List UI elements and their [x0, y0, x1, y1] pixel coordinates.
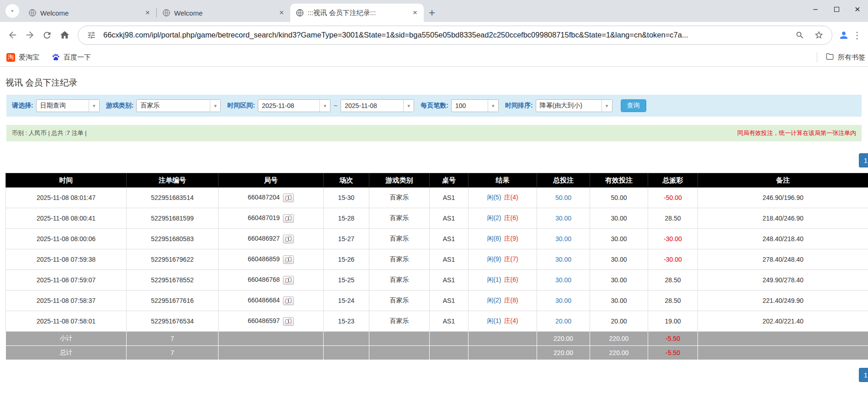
- tab-title: Welcome: [174, 9, 273, 17]
- sort-select[interactable]: 降幂(由大到小) ▾: [536, 99, 612, 112]
- query-type-select[interactable]: 日期查询 ▾: [36, 99, 100, 112]
- tab-close-icon[interactable]: ×: [143, 8, 153, 18]
- cell-time: 2025-11-08 07:59:38: [6, 249, 127, 270]
- minimize-button[interactable]: –: [805, 0, 826, 18]
- view-cards-icon[interactable]: [283, 276, 294, 285]
- tab-close-icon[interactable]: ×: [410, 8, 420, 18]
- empty-cell: [218, 332, 324, 346]
- all-bookmarks-label: 所有书签: [838, 53, 865, 62]
- bookmarks-separator: [817, 52, 817, 62]
- chevron-down-icon[interactable]: ▾: [210, 100, 220, 112]
- cell-note: 202.40/221.40: [698, 311, 868, 332]
- zoom-icon[interactable]: [793, 28, 807, 42]
- url-text[interactable]: 66cxkj98.com/ipl/portal.php/game/betreco…: [103, 31, 788, 39]
- cell-table-no: AS1: [430, 188, 469, 208]
- globe-icon: [296, 9, 304, 17]
- total-count: 7: [127, 346, 218, 360]
- chevron-down-icon[interactable]: ▾: [320, 100, 330, 112]
- pagination-page-1[interactable]: 1: [859, 368, 868, 382]
- summary-bar: 币别 : 人民币 | 总共 :7 注单 | 同局有效投注，统一计算在该局第一张注…: [6, 125, 862, 141]
- result-player: 闲(5): [487, 194, 501, 201]
- round-number: 660487019: [248, 214, 280, 221]
- profile-avatar-icon[interactable]: [837, 28, 851, 42]
- tab-close-icon[interactable]: ×: [277, 8, 287, 18]
- cell-round: 660487204: [218, 188, 324, 208]
- maximize-button[interactable]: [826, 0, 847, 18]
- cell-round: 660486597: [218, 311, 324, 332]
- view-cards-icon[interactable]: [283, 317, 294, 326]
- browser-tab-2[interactable]: Welcome ×: [157, 4, 290, 22]
- cell-total-bet[interactable]: 30.00: [537, 270, 590, 291]
- cell-result: 闲(8)庄(9): [469, 229, 537, 249]
- table-row: 2025-11-08 08:00:06 522951680583 6604869…: [6, 229, 868, 249]
- game-type-select[interactable]: 百家乐 ▾: [136, 99, 221, 112]
- forward-button[interactable]: [21, 27, 38, 44]
- back-button[interactable]: [4, 27, 21, 44]
- all-bookmarks-button[interactable]: 所有书签: [817, 52, 865, 62]
- cell-total-bet[interactable]: 30.00: [537, 249, 590, 270]
- search-button[interactable]: 查询: [621, 99, 646, 112]
- view-cards-icon[interactable]: [283, 296, 294, 305]
- page-size-select[interactable]: 100 ▾: [451, 99, 499, 112]
- tab-search-button[interactable]: [5, 4, 19, 18]
- view-cards-icon[interactable]: [283, 214, 294, 223]
- empty-cell: [430, 346, 469, 360]
- filter-bar: 请选择: 日期查询 ▾ 游戏类别: 百家乐 ▾ 时间区间: 2025-11-08…: [6, 95, 862, 117]
- cell-table-no: AS1: [430, 270, 469, 291]
- game-type-label: 游戏类别:: [106, 102, 134, 110]
- browser-tab-1[interactable]: Welcome ×: [23, 4, 156, 22]
- cell-total-bet[interactable]: 20.00: [537, 311, 590, 332]
- cell-result: 闲(1)庄(4): [469, 311, 537, 332]
- cell-payout: -30.00: [648, 249, 698, 270]
- menu-kebab-icon[interactable]: ⋮: [851, 30, 863, 41]
- result-banker: 庄(4): [504, 317, 518, 324]
- sort-value: 降幂(由大到小): [536, 100, 602, 112]
- date-to-select[interactable]: 2025-11-08 ▾: [341, 99, 414, 112]
- table-row: 2025-11-08 07:59:07 522951678552 6604867…: [6, 270, 868, 291]
- bookmark-baidu[interactable]: 百度一下: [51, 53, 91, 62]
- cell-note: 278.40/248.40: [698, 249, 868, 270]
- view-cards-icon[interactable]: [283, 235, 294, 243]
- bookmark-star-icon[interactable]: [812, 28, 825, 42]
- globe-icon: [28, 9, 37, 17]
- browser-tab-3-active[interactable]: :::视讯 会员下注纪录::: ×: [290, 4, 424, 22]
- cell-round: 660486768: [218, 270, 324, 291]
- cell-table-no: AS1: [430, 311, 469, 332]
- chevron-down-icon: [9, 8, 16, 14]
- cell-total-bet[interactable]: 30.00: [537, 291, 590, 311]
- cell-total-bet[interactable]: 30.00: [537, 229, 590, 249]
- view-cards-icon[interactable]: [283, 255, 294, 264]
- globe-icon: [162, 9, 170, 17]
- reload-button[interactable]: [38, 27, 56, 44]
- close-button[interactable]: ×: [847, 0, 868, 18]
- date-from-select[interactable]: 2025-11-08 ▾: [258, 99, 330, 112]
- cell-result: 闲(1)庄(6): [469, 270, 537, 291]
- chevron-down-icon[interactable]: ▾: [602, 100, 612, 112]
- chevron-down-icon[interactable]: ▾: [403, 100, 414, 112]
- subtotal-label: 小计: [6, 332, 127, 346]
- new-tab-button[interactable]: +: [424, 5, 440, 21]
- cell-session: 15-25: [324, 270, 369, 291]
- cell-note: 249.90/278.40: [698, 270, 868, 291]
- chevron-down-icon[interactable]: ▾: [488, 100, 498, 112]
- column-header-round: 局号: [218, 173, 324, 188]
- address-bar[interactable]: 66cxkj98.com/ipl/portal.php/game/betreco…: [78, 26, 832, 45]
- cell-note: 248.40/218.40: [698, 229, 868, 249]
- column-header-time: 时间: [6, 173, 127, 188]
- pagination-page-1[interactable]: 1: [859, 153, 868, 167]
- cell-total-bet[interactable]: 50.00: [537, 188, 590, 208]
- site-settings-icon[interactable]: [85, 28, 98, 42]
- chevron-down-icon[interactable]: ▾: [89, 100, 99, 112]
- cell-time: 2025-11-08 08:00:41: [6, 208, 127, 229]
- cell-bet-id: 522951677616: [127, 291, 218, 311]
- empty-cell: [369, 346, 430, 360]
- bookmark-taobao[interactable]: 淘 爱淘宝: [6, 53, 39, 62]
- view-cards-icon[interactable]: [283, 194, 294, 202]
- cell-round: 660486927: [218, 229, 324, 249]
- result-banker: 庄(7): [504, 255, 518, 263]
- column-header-note: 备注: [698, 173, 868, 188]
- cell-total-bet[interactable]: 30.00: [537, 208, 590, 229]
- cell-payout: 28.50: [648, 291, 698, 311]
- round-number: 660486684: [248, 296, 280, 304]
- home-button[interactable]: [56, 27, 73, 44]
